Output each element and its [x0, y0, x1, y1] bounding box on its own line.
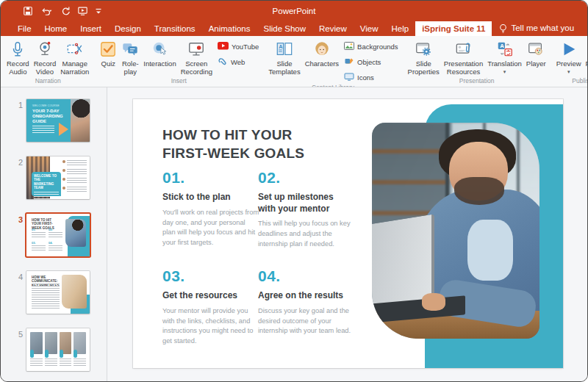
translation-dropdown-caret[interactable]: ▾	[503, 69, 506, 74]
slide-thumbnail-1[interactable]: WELCOME COURSE YOUR 7-DAY ONBOARDING GUI…	[26, 99, 90, 142]
thumb4-text-lines	[32, 284, 60, 309]
slide-thumbnail-panel[interactable]: 1 WELCOME COURSE YOUR 7-DAY ONBOARDING G…	[1, 87, 107, 381]
thumbnail-row-1: 1 WELCOME COURSE YOUR 7-DAY ONBOARDING G…	[1, 99, 107, 142]
slide-number: 2	[12, 158, 23, 199]
customize-qat-icon[interactable]	[95, 7, 102, 15]
ribbon: Record Audio Record Video Manage Narrati…	[1, 36, 587, 87]
thumb1-title: YOUR 7-DAY ONBOARDING GUIDE	[32, 109, 65, 124]
thumbnail-row-3: 3 HOW TO HIT YOUR FIRST-WEEK GOALS 01. 0…	[1, 214, 107, 256]
slide-thumbnail-3-selected[interactable]: HOW TO HIT YOUR FIRST-WEEK GOALS 01. 02.…	[26, 214, 90, 256]
item-body: You'll work on real projects from day on…	[162, 208, 259, 249]
thumb4-photo	[62, 275, 87, 309]
tab-file[interactable]: File	[11, 21, 38, 36]
item-heading: Set up milestones with your mentor	[258, 192, 346, 215]
tab-design[interactable]: Design	[108, 21, 148, 36]
record-audio-button[interactable]: Record Audio	[4, 37, 32, 76]
ribbon-group-presentation: Slide Properties Presentation Resources …	[404, 37, 550, 87]
tab-help[interactable]: Help	[385, 21, 416, 36]
player-button[interactable]: Player	[524, 37, 548, 68]
undo-icon[interactable]	[40, 6, 54, 16]
group-label-publish: Publish	[554, 77, 587, 87]
lightbulb-icon	[499, 24, 507, 34]
item-body: This will help you focus on key deadline…	[258, 219, 355, 250]
interaction-button[interactable]: Interaction	[141, 37, 178, 68]
slide-properties-button[interactable]: Slide Properties	[406, 37, 442, 76]
thumb3-items: 01. 02. 03. 04.	[32, 228, 62, 251]
item-body: Your mentor will provide you with the li…	[162, 306, 259, 347]
tab-view[interactable]: View	[354, 21, 385, 36]
current-slide[interactable]: HOW TO HIT YOUR FIRST-WEEK GOALS 01. Sti…	[133, 99, 563, 368]
character-face-icon	[313, 39, 331, 59]
translation-button[interactable]: A Translation ▾	[485, 37, 524, 74]
presentation-resources-button[interactable]: Presentation Resources	[442, 37, 485, 76]
slide-thumbnail-2[interactable]: WELCOME TO THE MARKETING TEAM	[26, 156, 90, 199]
screen-recording-button[interactable]: Screen Recording	[179, 37, 215, 76]
youtube-button[interactable]: YouTube	[218, 40, 259, 53]
tab-insert[interactable]: Insert	[74, 21, 108, 36]
slide-item-1[interactable]: 01. Stick to the plan You'll work on rea…	[162, 169, 258, 250]
publish-button[interactable]: Publish	[584, 37, 587, 68]
web-link-icon	[218, 55, 228, 68]
icons-button[interactable]: Icons	[344, 71, 398, 84]
slide-thumbnail-4[interactable]: HOW WE COMMUNICATE: KEY PRINCIPLES	[26, 271, 90, 314]
slide-item-4[interactable]: 04. Agree on the results Discuss your ke…	[258, 267, 379, 347]
slide-templates-button[interactable]: A Slide Templates	[266, 37, 302, 76]
tell-me-search[interactable]: Tell me what you want to do	[492, 21, 587, 36]
item-body: Discuss your key goal and the desired ou…	[258, 306, 355, 337]
characters-button[interactable]: Characters	[303, 37, 341, 68]
save-icon[interactable]	[23, 6, 33, 16]
slide-item-2[interactable]: 02. Set up milestones with your mentor T…	[258, 169, 379, 250]
thumb1-photo	[71, 99, 90, 142]
icons-display-icon	[344, 71, 354, 84]
chat-bubbles-icon	[121, 39, 139, 59]
preview-play-icon	[560, 39, 578, 59]
objects-button[interactable]: Objects	[344, 55, 398, 68]
web-button[interactable]: Web	[218, 55, 259, 68]
backgrounds-picture-icon	[344, 40, 354, 53]
slide-number: 5	[12, 330, 23, 371]
microphone-icon	[9, 39, 26, 59]
group-label-narration: Narration	[4, 77, 91, 87]
slide-number: 1	[12, 101, 23, 142]
ribbon-group-narration: Record Audio Record Video Manage Narrati…	[3, 37, 93, 87]
webcam-icon	[36, 39, 54, 59]
ribbon-tab-bar: File Home Insert Design Transitions Anim…	[1, 21, 587, 36]
screen-recording-icon	[187, 39, 205, 59]
slide-item-3[interactable]: 03. Get the resources Your mentor will p…	[162, 267, 258, 347]
thumb1-text-lines	[32, 126, 54, 134]
record-video-button[interactable]: Record Video	[32, 37, 59, 76]
thumb1-start-arrow	[59, 123, 68, 136]
quick-access-toolbar	[1, 6, 102, 16]
item-number: 04.	[258, 267, 379, 285]
tell-me-label: Tell me what you want to do	[511, 23, 587, 36]
slide-canvas-area[interactable]: HOW TO HIT YOUR FIRST-WEEK GOALS 01. Sti…	[107, 87, 587, 381]
tab-home[interactable]: Home	[38, 21, 74, 36]
ribbon-group-insert: Quiz Role-play Interaction	[96, 37, 262, 87]
tab-animations[interactable]: Animations	[202, 21, 257, 36]
manage-narration-button[interactable]: Manage Narration	[58, 37, 91, 76]
redo-icon[interactable]	[60, 6, 71, 16]
objects-shapes-icon	[344, 55, 354, 68]
preview-dropdown-caret[interactable]: ▾	[567, 69, 570, 74]
tab-transitions[interactable]: Transitions	[148, 21, 202, 36]
start-slideshow-icon[interactable]	[77, 6, 88, 16]
tab-slide-show[interactable]: Slide Show	[257, 21, 313, 36]
ribbon-group-publish: Preview ▾ Publish Publish	[553, 37, 587, 87]
item-number: 03.	[162, 267, 258, 285]
tab-review[interactable]: Review	[312, 21, 354, 36]
preview-button[interactable]: Preview ▾	[554, 37, 584, 74]
item-number: 02.	[258, 169, 379, 187]
group-label-insert: Insert	[97, 77, 260, 87]
item-number: 01.	[162, 169, 258, 187]
role-play-button[interactable]: Role-play	[119, 37, 141, 76]
svg-text:A: A	[500, 43, 504, 49]
tab-ispring-suite[interactable]: iSpring Suite 11	[415, 21, 492, 36]
slide-title[interactable]: HOW TO HIT YOUR FIRST-WEEK GOALS	[162, 126, 317, 163]
quiz-button[interactable]: Quiz	[97, 37, 119, 68]
svg-text:A: A	[279, 43, 283, 49]
slide-photo[interactable]	[372, 123, 539, 339]
slide-properties-gear-icon	[415, 39, 432, 59]
slide-thumbnail-5[interactable]	[26, 328, 90, 371]
backgrounds-button[interactable]: Backgrounds	[344, 40, 398, 53]
slide-number: 4	[12, 273, 23, 314]
